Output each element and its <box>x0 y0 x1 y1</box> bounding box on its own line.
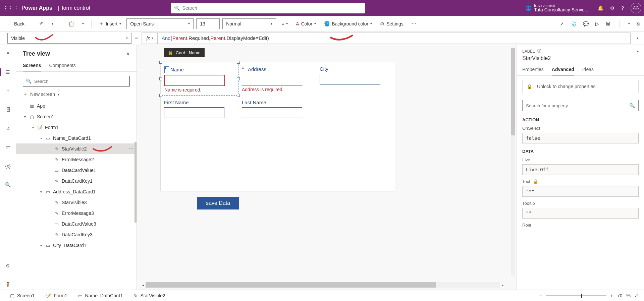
tab-components[interactable]: Components <box>49 60 75 71</box>
undo-button[interactable]: ↶ <box>37 20 46 28</box>
global-search[interactable]: 🔍 <box>171 3 365 13</box>
font-weight-select[interactable]: Normal▾ <box>222 18 276 29</box>
waffle-icon[interactable]: ⋮⋮⋮ <box>3 5 19 11</box>
tree-node-app[interactable]: ▦App <box>16 101 137 111</box>
rail-hamburger[interactable]: ≡ <box>0 48 16 58</box>
fit-screen-icon[interactable]: ⤢ <box>635 293 639 298</box>
tree-node-datacardvalue3[interactable]: ▭DataCardValue3 <box>16 219 137 229</box>
crumb-starvisible2[interactable]: ✎StarVisible2 <box>129 290 170 301</box>
global-search-input[interactable] <box>182 5 362 11</box>
tree-node-form1[interactable]: ▾📝Form1 <box>16 122 137 133</box>
tab-properties[interactable]: Properties <box>522 64 544 75</box>
tab-screens[interactable]: Screens <box>23 60 41 71</box>
checker-icon[interactable]: 🩺 <box>571 21 576 26</box>
lastname-input[interactable] <box>242 107 302 118</box>
tree-node-errormessage3[interactable]: ✎ErrorMessage3 <box>16 208 137 219</box>
save-icon[interactable]: 🖫 <box>606 21 610 26</box>
comments-icon[interactable]: 💬 <box>583 21 589 26</box>
close-icon[interactable]: ✕ <box>126 51 130 57</box>
align-button[interactable]: ≡▾ <box>279 20 290 28</box>
address-input[interactable] <box>242 75 302 85</box>
bell-icon[interactable]: 🔔 <box>598 5 603 11</box>
rail-ask[interactable]: 🧍 <box>0 280 16 290</box>
firstname-input[interactable] <box>164 107 224 118</box>
new-screen-button[interactable]: ＋ New screen ▾ <box>16 89 137 99</box>
caret-icon[interactable]: ▾ <box>23 115 27 119</box>
font-size-input[interactable]: 13 <box>196 18 220 29</box>
tree-node-datacardkey1[interactable]: ✎DataCardKey1 <box>16 176 137 186</box>
rail-tree-view[interactable]: ☰ <box>0 67 16 77</box>
lastname-datacard[interactable]: Last Name <box>238 96 316 121</box>
rail-flows[interactable]: ⇄ <box>0 142 16 152</box>
tree-node-city-datacard[interactable]: ▾▭City_DataCard1 <box>16 240 137 251</box>
zoom-in-button[interactable]: + <box>610 293 613 298</box>
rail-settings[interactable]: ⚙ <box>0 261 16 271</box>
node-more-icon[interactable]: ⋯ <box>129 146 134 152</box>
tree-scrollbar-thumb[interactable] <box>135 142 137 223</box>
rail-search[interactable]: 🔍 <box>0 180 16 190</box>
color-button[interactable]: AColor▾ <box>293 20 319 28</box>
property-search[interactable]: 🔍 <box>522 100 639 111</box>
required-star[interactable]: * <box>164 66 169 73</box>
caret-icon[interactable]: ▾ <box>39 190 43 194</box>
rail-media[interactable]: 🖥 <box>0 123 16 133</box>
brand[interactable]: Power Apps <box>19 5 55 11</box>
help-icon[interactable]: ? <box>621 5 624 11</box>
tab-advanced[interactable]: Advanced <box>552 64 574 75</box>
play-icon[interactable]: ▷ <box>595 21 599 26</box>
font-name-select[interactable]: Open Sans▾ <box>126 18 194 29</box>
avatar[interactable]: AG <box>631 3 641 13</box>
scroll-right-icon[interactable]: ▸ <box>500 282 505 288</box>
settings-button[interactable]: ⚙Settings <box>377 20 406 28</box>
unlock-banner[interactable]: 🔒 Unlock to change properties. <box>522 80 639 93</box>
crumb-screen1[interactable]: ▢Screen1 <box>5 290 39 301</box>
info-icon[interactable]: ⓘ <box>537 48 541 54</box>
rail-variables[interactable]: {x} <box>0 161 16 171</box>
tooltip-value[interactable]: "" <box>522 208 639 219</box>
form-preview[interactable]: * Name Name is required. * Address Addre… <box>160 62 395 191</box>
fx-button[interactable]: fx▾ <box>142 33 158 44</box>
tab-ideas[interactable]: Ideas <box>582 64 594 75</box>
tree-node-address-datacard[interactable]: ▾▭Address_DataCard1 <box>16 186 137 197</box>
tree-search[interactable]: 🔍 <box>23 76 130 86</box>
onselect-value[interactable]: false <box>522 133 639 143</box>
environment-picker[interactable]: 🌐 Environment Tata Consultancy Servic... <box>526 3 588 12</box>
undo-menu[interactable]: ▾ <box>49 20 56 27</box>
city-datacard[interactable]: City <box>316 62 394 96</box>
property-select[interactable]: Visible▾ <box>7 33 131 44</box>
paste-menu[interactable]: ▾ <box>79 20 87 27</box>
back-button[interactable]: ←Back <box>5 20 27 28</box>
tree-node-starvisible3[interactable]: ✎StarVisible3 <box>16 197 137 208</box>
name-datacard[interactable]: * Name Name is required. <box>161 62 238 96</box>
formula-expand-button[interactable]: ▾ <box>631 36 644 40</box>
save-data-button[interactable]: save Data <box>197 197 239 209</box>
property-search-input[interactable] <box>526 103 629 108</box>
live-value[interactable]: Live.Off <box>522 164 639 175</box>
insert-button[interactable]: ＋Insert▾ <box>96 19 124 28</box>
chevron-down-icon[interactable]: ▾ <box>628 22 630 25</box>
text-value[interactable]: "*" <box>522 186 639 197</box>
firstname-datacard[interactable]: First Name <box>161 96 238 121</box>
zoom-out-button[interactable]: − <box>539 293 542 298</box>
chevron-right-icon[interactable]: ▸ <box>637 49 639 53</box>
publish-icon[interactable]: ⎘ <box>637 21 639 26</box>
caret-icon[interactable]: ▾ <box>39 244 43 247</box>
tree-node-datacardvalue1[interactable]: ▭DataCardValue1 <box>16 165 137 176</box>
zoom-slider-thumb[interactable] <box>581 294 582 298</box>
rail-data[interactable]: 🗄 <box>0 105 16 115</box>
tree-search-input[interactable] <box>34 79 127 84</box>
resize-handle[interactable] <box>159 61 162 64</box>
scroll-left-icon[interactable]: ◂ <box>140 282 146 288</box>
tree-node-screen1[interactable]: ▾▢Screen1 <box>16 111 137 122</box>
gear-icon[interactable]: ⚙ <box>610 5 614 11</box>
paste-button[interactable]: 📋 <box>66 20 77 28</box>
tree-node-errormessage2[interactable]: ✎ErrorMessage2 <box>16 154 137 165</box>
tree-node-starvisible2[interactable]: ✎StarVisible2 ⋯ <box>16 143 137 154</box>
bgcolor-button[interactable]: 🪣Background color▾ <box>321 20 375 28</box>
tree-node-datacardkey3[interactable]: ✎DataCardKey3 <box>16 229 137 240</box>
caret-icon[interactable]: ▾ <box>39 136 43 140</box>
rail-insert[interactable]: ＋ <box>0 86 16 96</box>
address-datacard[interactable]: * Address Address is required. <box>238 62 316 96</box>
formula-input[interactable]: And(Parent.Required, Parent.DisplayMode=… <box>158 33 631 44</box>
canvas-hscrollbar[interactable]: ◂ ▸ <box>146 282 500 288</box>
